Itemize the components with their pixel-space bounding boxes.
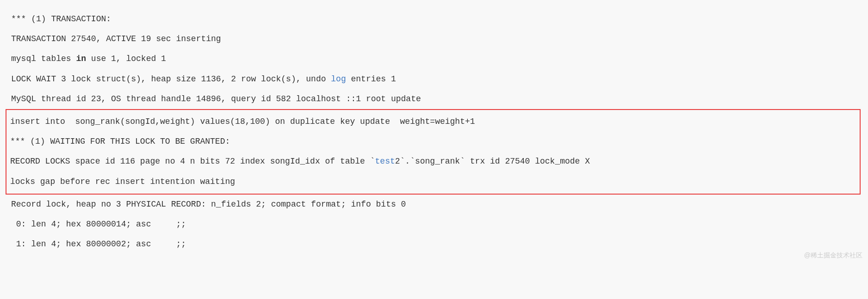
- line-text: use 1, locked 1: [86, 54, 166, 63]
- code-line: *** (1) WAITING FOR THIS LOCK TO BE GRAN…: [10, 132, 856, 152]
- watermark: @稀土掘金技术社区: [804, 251, 862, 260]
- line-text: TRANSACTION 27540, ACTIVE 19 sec inserti…: [11, 34, 221, 43]
- keyword-test: test: [375, 157, 395, 166]
- line-text: mysql tables: [11, 54, 76, 63]
- code-block: *** (1) TRANSACTION: TRANSACTION 27540, …: [11, 9, 857, 254]
- code-line: RECORD LOCKS space id 116 page no 4 n bi…: [10, 152, 856, 171]
- code-line: mysql tables in use 1, locked 1: [11, 49, 857, 69]
- line-text: *** (1) WAITING FOR THIS LOCK TO BE GRAN…: [10, 137, 230, 146]
- code-line: MySQL thread id 23, OS thread handle 148…: [11, 89, 857, 109]
- keyword-in: in: [76, 54, 86, 63]
- line-text: 2`.`song_rank` trx id 27540 lock_mode X: [395, 157, 590, 166]
- code-line: 1: len 4; hex 80000002; asc ;;: [11, 234, 857, 254]
- keyword-log: log: [331, 74, 346, 84]
- highlighted-region: insert into song_rank(songId,weight) val…: [6, 109, 861, 195]
- line-text: RECORD LOCKS space id 116 page no 4 n bi…: [10, 157, 375, 166]
- line-text: locks gap before rec insert intention wa…: [10, 177, 235, 186]
- line-text: *** (1) TRANSACTION:: [11, 14, 111, 24]
- line-text: MySQL thread id 23, OS thread handle 148…: [11, 94, 421, 104]
- code-line: LOCK WAIT 3 lock struct(s), heap size 11…: [11, 69, 857, 89]
- code-line: insert into song_rank(songId,weight) val…: [10, 112, 856, 132]
- line-text: Record lock, heap no 3 PHYSICAL RECORD: …: [11, 200, 406, 209]
- code-line: locks gap before rec insert intention wa…: [10, 172, 856, 192]
- line-text: 0: len 4; hex 80000014; asc ;;: [11, 220, 186, 229]
- line-text: 1: len 4; hex 80000002; asc ;;: [11, 239, 186, 249]
- code-line: TRANSACTION 27540, ACTIVE 19 sec inserti…: [11, 29, 857, 49]
- line-text: entries 1: [346, 74, 396, 84]
- code-line: *** (1) TRANSACTION:: [11, 9, 857, 29]
- code-line: Record lock, heap no 3 PHYSICAL RECORD: …: [11, 195, 857, 214]
- line-text: LOCK WAIT 3 lock struct(s), heap size 11…: [11, 74, 331, 84]
- code-line: 0: len 4; hex 80000014; asc ;;: [11, 214, 857, 234]
- line-text: insert into song_rank(songId,weight) val…: [10, 117, 475, 126]
